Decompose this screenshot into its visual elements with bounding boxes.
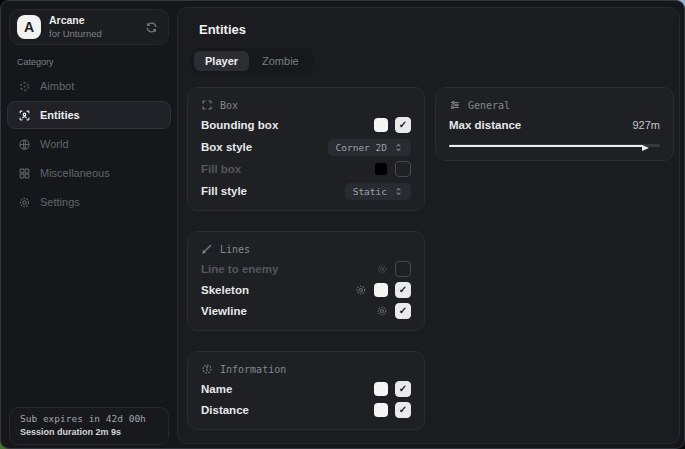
sidebar-item-label: Aimbot: [40, 80, 74, 92]
check-icon: ✓: [399, 306, 407, 316]
unfold-icon: [394, 143, 403, 152]
app-subtitle: for Unturned: [49, 29, 137, 39]
sidebar: A Arcane for Unturned Category: [1, 1, 177, 448]
row-settings-gear-icon[interactable]: [376, 263, 388, 275]
sidebar-item-aimbot[interactable]: Aimbot: [7, 72, 171, 100]
box-style-value: Corner 2D: [336, 142, 387, 153]
category-label: Category: [17, 57, 54, 67]
viewline-row: Viewline ✓: [201, 303, 411, 319]
viewline-checkbox[interactable]: ✓: [395, 303, 411, 319]
sidebar-item-miscellaneous[interactable]: Miscellaneous: [7, 159, 171, 187]
box-style-row: Box style Corner 2D: [201, 139, 411, 155]
slider-thumb-arrow-icon[interactable]: [642, 145, 649, 151]
sidebar-item-world[interactable]: World: [7, 130, 171, 158]
fill-style-row: Fill style Static: [201, 183, 411, 199]
sidebar-item-label: Miscellaneous: [40, 167, 110, 179]
name-checkbox[interactable]: ✓: [395, 381, 411, 397]
skeleton-color-swatch[interactable]: [374, 283, 388, 297]
lines-card: Lines Line to enemy ✓: [187, 231, 425, 331]
check-icon: ✓: [399, 405, 407, 415]
subscription-box: Sub expires in 42d 00h Session duration …: [9, 407, 169, 445]
app-logo-card: A Arcane for Unturned: [9, 9, 169, 45]
slider-fill: [449, 145, 643, 147]
box-corners-icon: [201, 99, 213, 111]
tab-player[interactable]: Player: [194, 51, 249, 71]
viewline-label: Viewline: [201, 305, 376, 317]
check-icon: ✓: [399, 285, 407, 295]
sidebar-item-settings[interactable]: Settings: [7, 188, 171, 216]
fill-style-dropdown[interactable]: Static: [345, 183, 411, 200]
sidebar-item-entities[interactable]: Entities: [7, 101, 171, 129]
general-card-title: General: [468, 100, 510, 111]
skeleton-label: Skeleton: [201, 284, 355, 296]
max-distance-label: Max distance: [449, 119, 632, 131]
sidebar-nav: Aimbot Entities: [7, 72, 171, 217]
entity-tabs: Player Zombie: [191, 48, 313, 74]
globe-icon: [18, 138, 31, 151]
column-left: Box Bounding box ✓ Box style Co: [187, 87, 425, 449]
fill-box-label: Fill box: [201, 163, 374, 175]
app-logo: A: [17, 15, 41, 39]
information-card-header: Information: [201, 363, 411, 375]
max-distance-slider[interactable]: [449, 142, 660, 149]
distance-row: Distance ✓: [201, 402, 411, 418]
session-duration-text: Session duration 2m 9s: [20, 427, 158, 437]
information-card: Information Name ✓ Distance ✓: [187, 351, 425, 430]
fill-style-label: Fill style: [201, 185, 345, 197]
grid-icon: [18, 167, 31, 180]
general-card: General Max distance 927m: [435, 87, 674, 161]
lines-card-header: Lines: [201, 243, 411, 255]
line-to-enemy-label: Line to enemy: [201, 263, 376, 275]
distance-checkbox[interactable]: ✓: [395, 402, 411, 418]
check-icon: ✓: [399, 120, 407, 130]
skeleton-row: Skeleton ✓: [201, 282, 411, 298]
line-to-enemy-row: Line to enemy ✓: [201, 261, 411, 277]
fill-style-value: Static: [353, 186, 387, 197]
gear-icon: [18, 196, 31, 209]
box-card: Box Bounding box ✓ Box style Co: [187, 87, 425, 211]
fill-box-checkbox[interactable]: ✓: [395, 161, 411, 177]
bounding-box-checkbox[interactable]: ✓: [395, 117, 411, 133]
box-style-dropdown[interactable]: Corner 2D: [328, 139, 411, 156]
bounding-box-label: Bounding box: [201, 119, 374, 131]
sync-icon[interactable]: [145, 21, 158, 34]
pencil-line-icon: [201, 243, 213, 255]
check-icon: ✓: [399, 384, 407, 394]
sidebar-item-label: World: [40, 138, 69, 150]
distance-label: Distance: [201, 404, 374, 416]
distance-color-swatch[interactable]: [374, 403, 388, 417]
skeleton-checkbox[interactable]: ✓: [395, 282, 411, 298]
column-right: General Max distance 927m: [435, 87, 674, 181]
max-distance-row: Max distance 927m: [449, 117, 660, 133]
crosshair-icon: [18, 80, 31, 93]
box-style-label: Box style: [201, 141, 328, 153]
row-settings-gear-icon[interactable]: [355, 284, 367, 296]
name-row: Name ✓: [201, 381, 411, 397]
sidebar-item-label: Entities: [40, 109, 80, 121]
app-name: Arcane: [49, 15, 137, 27]
page-title: Entities: [199, 22, 246, 37]
unfold-icon: [394, 187, 403, 196]
info-icon: [201, 363, 213, 375]
sidebar-item-label: Settings: [40, 196, 80, 208]
fill-box-row: Fill box ✓: [201, 161, 411, 177]
name-color-swatch[interactable]: [374, 382, 388, 396]
arcane-window: A Arcane for Unturned Category: [0, 0, 685, 449]
information-card-title: Information: [220, 364, 286, 375]
sub-expires-text: Sub expires in 42d 00h: [20, 413, 158, 424]
app-titles: Arcane for Unturned: [49, 15, 137, 39]
name-label: Name: [201, 383, 374, 395]
line-to-enemy-checkbox[interactable]: ✓: [395, 261, 411, 277]
lines-card-title: Lines: [220, 244, 250, 255]
scan-person-icon: [18, 109, 31, 122]
general-card-header: General: [449, 99, 660, 111]
row-settings-gear-icon[interactable]: [376, 305, 388, 317]
main-panel: Entities Player Zombie: [177, 7, 680, 444]
tab-zombie[interactable]: Zombie: [251, 51, 310, 71]
box-card-header: Box: [201, 99, 411, 111]
desktop: A Arcane for Unturned Category: [0, 0, 685, 449]
max-distance-value: 927m: [632, 119, 660, 131]
bounding-box-color-swatch[interactable]: [374, 118, 388, 132]
fill-box-color-swatch[interactable]: [374, 162, 388, 176]
sliders-icon: [449, 99, 461, 111]
